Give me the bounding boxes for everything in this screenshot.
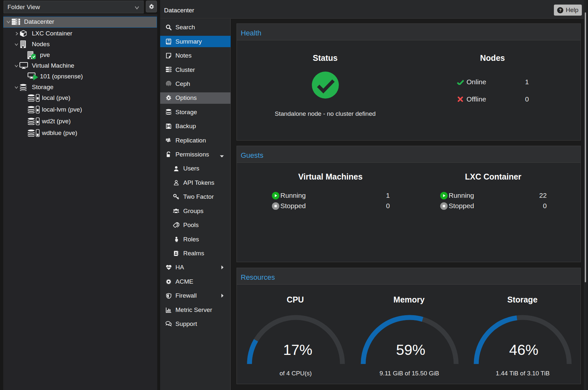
svg-text:?: ?	[559, 8, 562, 12]
